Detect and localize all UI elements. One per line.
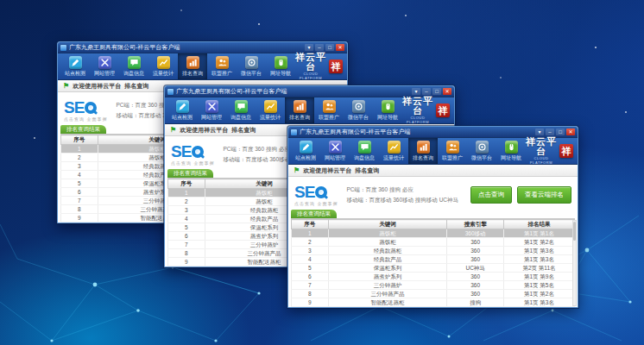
table-scrollbar[interactable] xyxy=(572,220,577,306)
cell-rank: 第1页 第2名 xyxy=(503,290,574,298)
toolbar-item-label: 联盟推广 xyxy=(319,114,339,122)
toolbar-item-site-check[interactable]: 站点检测 xyxy=(291,138,320,164)
table-row[interactable]: 6蒸煮炉系列360第1页 第9名 xyxy=(292,273,575,281)
toolbar-item-site-check[interactable]: 站点检测 xyxy=(60,53,90,79)
cell-no: 7 xyxy=(168,241,205,249)
table-row[interactable]: 4经典款产品360第1页 第3名 xyxy=(292,255,575,264)
cell-no: 2 xyxy=(292,238,329,247)
toolbar-item-ranking-query[interactable]: 排名查询 xyxy=(285,97,314,123)
tab-ranking-results[interactable]: 排名查询结果 xyxy=(291,210,337,218)
toolbar-item-site-nav[interactable]: 网址导航 xyxy=(266,53,295,79)
toolbar-item-wechat-platform[interactable]: 微信平台 xyxy=(344,97,373,123)
minimize-button[interactable]: – xyxy=(422,88,431,95)
toolbar-item-alliance-promo[interactable]: 联盟推广 xyxy=(207,53,237,79)
app-icon xyxy=(167,89,174,95)
window-title: 广东九鼎王厨具有限公司-祥云平台客户端 xyxy=(69,43,302,52)
close-button[interactable]: ✕ xyxy=(336,44,344,51)
toolbar-item-site-manage[interactable]: 网站管理 xyxy=(320,138,350,164)
maximize-button[interactable]: □ xyxy=(432,88,441,95)
brand-logo: 祥云平台 CLOUD PLATFORM 祥 xyxy=(295,53,344,79)
toolbar-item-label: 网址导航 xyxy=(270,70,291,78)
close-button[interactable]: ✕ xyxy=(443,88,451,95)
table-row[interactable]: 3经典款蒸柜360第1页 第3名 xyxy=(292,247,575,255)
col-engine: 搜索引擎 xyxy=(447,220,504,229)
cell-rank: 第1页 第2名 xyxy=(503,238,574,247)
breadcrumb: ⚑ 欢迎使用祥云平台 排名查询 xyxy=(288,165,578,177)
toolbar-item-traffic-stats[interactable]: 流量统计 xyxy=(379,138,408,164)
toolbar-item-site-nav[interactable]: 网址导航 xyxy=(373,97,402,123)
toolbar-item-inquiry-info[interactable]: 询盘信息 xyxy=(226,97,256,123)
toolbar-item-inquiry-info[interactable]: 询盘信息 xyxy=(119,53,148,79)
toolbar-item-alliance-promo[interactable]: 联盟推广 xyxy=(314,97,344,123)
toolbar-item-wechat-platform[interactable]: 微信平台 xyxy=(237,53,266,79)
toolbar-item-label: 联盟推广 xyxy=(212,70,232,78)
toolbar-item-ranking-query[interactable]: 排名查询 xyxy=(408,138,438,164)
window-controls: ▾ – □ ✕ xyxy=(305,44,344,51)
table-row[interactable]: 10智能配送蒸柜360第1页 第3名 xyxy=(292,307,575,308)
toolbar-item-alliance-promo[interactable]: 联盟推广 xyxy=(438,138,467,164)
cell-no: 8 xyxy=(168,249,205,258)
close-button[interactable]: ✕ xyxy=(566,129,575,135)
table-row[interactable]: 1蒸饭柜360移动第1页 第1名 xyxy=(292,229,575,238)
seo-tagline: 点击查询 全面掌握 xyxy=(171,160,214,166)
table-row[interactable]: 8三分钟蒸产品360第1页 第2名 xyxy=(292,290,575,298)
cell-rank: 第1页 第5名 xyxy=(503,281,574,290)
seo-panel: SE 点击查询 全面掌握 PC端：百度 360 搜狗 必应 移动端：百度移动 3… xyxy=(291,177,575,210)
main-toolbar: 站点检测网站管理询盘信息流量统计排名查询联盟推广微信平台网址导航 祥云平台 CL… xyxy=(58,53,347,80)
maximize-button[interactable]: □ xyxy=(325,44,334,51)
query-button[interactable]: 点击查询 xyxy=(470,186,512,204)
tab-ranking-results[interactable]: 排名查询结果 xyxy=(167,169,213,178)
toolbar-item-ranking-query[interactable]: 排名查询 xyxy=(178,53,207,79)
toolbar-item-site-manage[interactable]: 网站管理 xyxy=(197,97,226,123)
toolbar-item-label: 微信平台 xyxy=(241,70,262,78)
window-controls: ▾ – □ ✕ xyxy=(412,88,451,95)
maximize-button[interactable]: □ xyxy=(556,129,565,135)
toolbar-item-traffic-stats[interactable]: 流量统计 xyxy=(148,53,178,79)
skin-button[interactable]: ▾ xyxy=(412,88,420,95)
toolbar-item-label: 流量统计 xyxy=(383,154,404,162)
app-icon xyxy=(60,45,66,51)
cell-engine: 360 xyxy=(447,281,504,290)
toolbar-item-inquiry-info[interactable]: 询盘信息 xyxy=(350,138,379,164)
minimize-button[interactable]: – xyxy=(546,129,554,135)
cell-no: 6 xyxy=(61,188,98,197)
cloud-rank-button[interactable]: 查看云端排名 xyxy=(517,186,571,204)
cell-no: 1 xyxy=(61,145,98,154)
table-row[interactable]: 9智能配送蒸柜搜狗第1页 第3名 xyxy=(292,298,575,307)
col-serial: 序号 xyxy=(292,220,329,229)
cell-no: 4 xyxy=(292,255,329,264)
cell-no: 1 xyxy=(292,229,329,238)
tab-ranking-results[interactable]: 排名查询结果 xyxy=(60,125,106,134)
table-row[interactable]: 7三分钟蒸炉360第1页 第5名 xyxy=(292,281,575,290)
cell-no: 5 xyxy=(61,179,98,188)
skin-button[interactable]: ▾ xyxy=(535,129,544,135)
toolbar-item-label: 询盘信息 xyxy=(230,114,251,122)
toolbar-item-site-manage[interactable]: 网站管理 xyxy=(90,53,119,79)
cell-engine: 360 xyxy=(447,238,504,247)
main-content: SE 点击查询 全面掌握 PC端：百度 360 搜狗 必应 移动端：百度移动 3… xyxy=(288,177,578,307)
wechat-platform-icon xyxy=(352,100,365,113)
site-check-icon xyxy=(300,141,313,154)
traffic-stats-icon xyxy=(264,100,277,113)
window-title: 广东九鼎王厨具有限公司-祥云平台客户端 xyxy=(176,87,409,96)
toolbar-item-site-nav[interactable]: 网址导航 xyxy=(496,138,526,164)
traffic-stats-icon xyxy=(157,56,170,69)
scrollbar-thumb[interactable] xyxy=(573,222,576,241)
window-title: 广东九鼎王厨具有限公司-祥云平台客户端 xyxy=(300,128,533,136)
minimize-button[interactable]: – xyxy=(315,44,324,51)
cell-engine: 360移动 xyxy=(447,229,504,238)
toolbar-item-label: 网站管理 xyxy=(94,70,115,78)
inquiry-info-icon xyxy=(358,141,371,154)
cell-no: 9 xyxy=(292,298,329,307)
engine-hints: PC端：百度 360 搜狗 必应 移动端：百度移动 360移动 搜狗移动 UC神… xyxy=(346,185,458,204)
cell-no: 3 xyxy=(168,206,205,215)
cell-keyword: 智能配送蒸柜 xyxy=(328,298,447,307)
skin-button[interactable]: ▾ xyxy=(305,44,313,51)
main-toolbar: 站点检测网站管理询盘信息流量统计排名查询联盟推广微信平台网址导航 祥云平台 CL… xyxy=(165,97,454,124)
cell-no: 9 xyxy=(168,258,205,267)
toolbar-item-wechat-platform[interactable]: 微信平台 xyxy=(467,138,496,164)
toolbar-item-site-check[interactable]: 站点检测 xyxy=(167,97,197,123)
toolbar-item-traffic-stats[interactable]: 流量统计 xyxy=(256,97,285,123)
table-row[interactable]: 5保温柜系列UC神马第2页 第11名 xyxy=(292,264,575,273)
table-row[interactable]: 2蒸饭柜360第1页 第2名 xyxy=(292,238,575,247)
